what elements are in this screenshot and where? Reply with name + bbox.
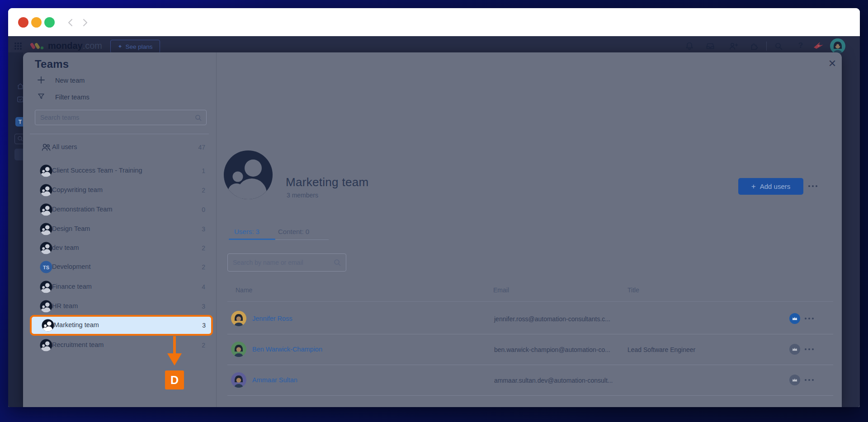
- tab-content[interactable]: Content: 0: [278, 228, 309, 235]
- team-initials-avatar: TS: [40, 261, 52, 273]
- user-avatar: [231, 311, 246, 326]
- teams-list-item[interactable]: Client Success Team - Training1: [30, 161, 209, 181]
- member-crown-badge-icon: [789, 344, 800, 355]
- maximize-window-button[interactable]: [44, 17, 55, 28]
- team-avatar-icon: [40, 184, 52, 197]
- team-name: dev team: [52, 244, 79, 251]
- logo-suffix: .com: [83, 41, 102, 51]
- my-work-icon[interactable]: [16, 95, 23, 105]
- team-name: Marketing team: [54, 321, 99, 328]
- team-member-count: 4: [202, 283, 205, 291]
- team-name: HR team: [52, 302, 78, 309]
- forward-icon[interactable]: [80, 18, 90, 28]
- team-name: Client Success Team - Training: [52, 167, 142, 174]
- app-sidebar: T: [8, 52, 23, 407]
- brand-mark-icon: [813, 41, 825, 51]
- team-name: Recruitment team: [52, 341, 104, 348]
- user-name-link[interactable]: Jennifer Ross: [252, 315, 292, 322]
- team-member-count: 2: [202, 342, 205, 349]
- user-more-options-icon[interactable]: [805, 348, 814, 350]
- team-avatar-icon: [40, 203, 52, 216]
- teams-list-item[interactable]: Recruitment team2: [30, 336, 209, 355]
- desktop-background: monday.com ✦ See plans ?: [0, 0, 868, 422]
- logo-word: monday: [48, 41, 83, 51]
- team-member-count: 1: [202, 167, 205, 174]
- minimize-window-button[interactable]: [31, 17, 42, 28]
- user-name-link[interactable]: Ammaar Sultan: [252, 376, 297, 384]
- app-switcher-grid-icon[interactable]: [14, 42, 23, 51]
- team-detail-title: Marketing team: [286, 175, 368, 189]
- team-avatar-icon: [40, 223, 52, 235]
- sparkle-icon: ✦: [118, 43, 122, 50]
- tab-underline-track: [275, 239, 329, 240]
- user-avatar: [231, 372, 246, 388]
- team-member-count: 2: [202, 187, 205, 194]
- teams-search-input[interactable]: [35, 110, 207, 125]
- browser-window: monday.com ✦ See plans ?: [8, 8, 860, 407]
- admin-crown-badge-icon: [789, 313, 800, 324]
- all-users-label: All users: [52, 143, 77, 150]
- teams-list-item[interactable]: dev team2: [30, 239, 209, 258]
- workspace-avatar[interactable]: T: [15, 117, 23, 127]
- teams-list-item[interactable]: Demonstration Team0: [30, 200, 209, 220]
- new-team-button[interactable]: New team: [55, 77, 85, 84]
- user-more-options-icon[interactable]: [805, 318, 814, 319]
- users-search-input[interactable]: [227, 253, 346, 272]
- user-email: ammaar.sultan.dev@automation-consult...: [494, 377, 613, 384]
- users-search-field[interactable]: [228, 254, 346, 271]
- monday-logo-icon: [29, 41, 46, 51]
- user-email: jennifer.ross@automation-consultants.c..…: [494, 315, 610, 323]
- monday-logo-text: monday.com: [48, 41, 102, 51]
- teams-modal: Teams New team Filter teams: [23, 52, 842, 407]
- see-plans-button[interactable]: ✦ See plans: [110, 40, 160, 53]
- team-avatar-icon: [40, 300, 52, 313]
- teams-list-item[interactable]: Finance team4: [30, 277, 209, 297]
- teams-list-item[interactable]: Design Team3: [30, 220, 209, 239]
- team-member-count: 3: [202, 225, 205, 233]
- team-member-count: 3: [202, 322, 206, 329]
- user-table-row: Ben Warwick-Championben.warwick-champion…: [227, 334, 833, 365]
- team-avatar-icon: [40, 339, 52, 352]
- teams-list-item[interactable]: Copywriting team2: [30, 181, 209, 200]
- table-divider: [227, 301, 833, 302]
- notifications-bell-icon[interactable]: [684, 41, 694, 51]
- apps-marketplace-icon[interactable]: [749, 41, 759, 51]
- team-member-count: 3: [202, 303, 205, 310]
- all-users-icon: [41, 142, 53, 155]
- user-table-row: Ammaar Sultanammaar.sultan.dev@automatio…: [227, 365, 833, 396]
- invite-members-icon[interactable]: [728, 41, 738, 51]
- all-users-count: 47: [198, 144, 205, 151]
- close-icon[interactable]: ✕: [826, 57, 839, 70]
- header-divider: [766, 42, 767, 51]
- all-users-item[interactable]: All users 47: [30, 138, 209, 157]
- plus-icon: [37, 76, 45, 84]
- team-name: Design Team: [52, 225, 90, 232]
- team-name: Copywriting team: [52, 186, 103, 193]
- user-name-link[interactable]: Ben Warwick-Champion: [252, 346, 322, 353]
- back-icon[interactable]: [66, 18, 76, 28]
- teams-list-item[interactable]: TSDevelopment2: [30, 258, 209, 277]
- teams-search-field[interactable]: [35, 110, 206, 125]
- user-more-options-icon[interactable]: [805, 379, 814, 381]
- help-icon[interactable]: ?: [796, 41, 806, 51]
- sidebar-search-box[interactable]: [14, 134, 23, 144]
- teams-list-item-selected[interactable]: Marketing team3: [30, 315, 213, 336]
- team-member-count: 2: [202, 263, 205, 271]
- team-members-count: 3 members: [287, 192, 318, 199]
- annotation-arrow-head: [167, 353, 182, 366]
- close-window-button[interactable]: [18, 17, 28, 28]
- user-avatar[interactable]: [830, 38, 845, 54]
- filter-teams-button[interactable]: Filter teams: [55, 94, 90, 101]
- user-table-row: Jennifer Rossjennifer.ross@automation-co…: [227, 303, 833, 334]
- team-avatar-icon: [40, 242, 52, 254]
- inbox-tray-icon[interactable]: [705, 41, 715, 51]
- teams-list-pane: Teams New team Filter teams: [23, 52, 217, 407]
- plus-icon: +: [751, 182, 756, 191]
- search-icon[interactable]: [774, 41, 783, 51]
- home-icon[interactable]: [16, 82, 23, 92]
- add-users-button[interactable]: + Add users: [738, 178, 803, 195]
- teams-list-item[interactable]: HR team3: [30, 297, 209, 316]
- see-plans-label: See plans: [126, 43, 153, 50]
- tab-users[interactable]: Users: 3: [234, 228, 259, 235]
- team-more-options-icon[interactable]: [808, 185, 817, 187]
